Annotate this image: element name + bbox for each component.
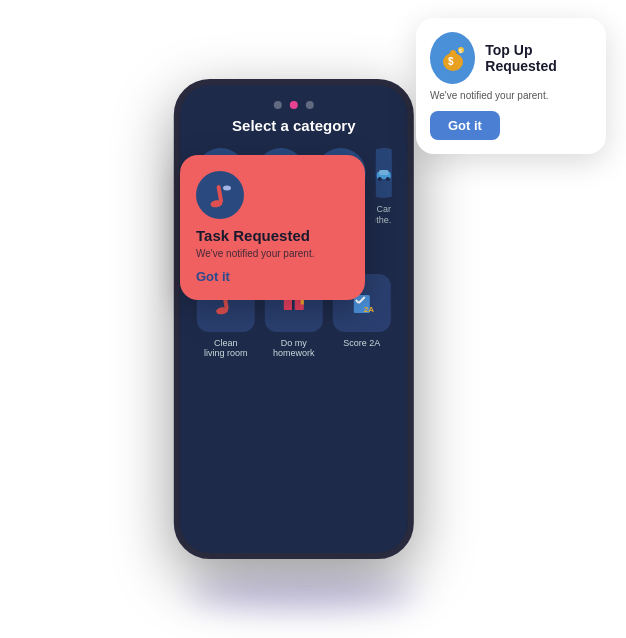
topup-got-it-button[interactable]: Got it: [430, 111, 500, 140]
svg-point-18: [386, 177, 390, 181]
svg-point-35: [223, 186, 231, 191]
topup-title-text: Top Up Requested: [485, 42, 592, 74]
task-got-it-button[interactable]: Got it: [196, 269, 349, 284]
svg-text:$: $: [448, 56, 454, 67]
clean-living-label: Cleanliving room: [204, 338, 248, 360]
dot-2: [290, 101, 298, 109]
homework-label: Do myhomework: [273, 338, 315, 360]
score-label: Score 2A: [343, 338, 380, 349]
dot-1: [274, 101, 282, 109]
task-notif-title: Task Requested: [196, 227, 349, 244]
other-label: Carothe...: [376, 204, 392, 226]
task-notification-card: Task Requested We've notified your paren…: [180, 155, 365, 300]
topup-icon: $ $: [430, 32, 475, 84]
topup-icon-row: $ $ Top Up Requested: [430, 32, 592, 84]
scene: Select a category: [0, 0, 626, 638]
category-other[interactable]: Carothe...: [376, 148, 392, 226]
status-bar: [180, 85, 408, 117]
svg-rect-16: [379, 170, 389, 175]
phone: Select a category: [174, 79, 414, 559]
svg-text:2A: 2A: [364, 305, 374, 314]
svg-point-17: [378, 177, 382, 181]
topup-notification-card: $ $ Top Up Requested We've notified your…: [416, 18, 606, 154]
task-notif-subtitle: We've notified your parent.: [196, 248, 349, 259]
dot-3: [306, 101, 314, 109]
select-category-title: Select a category: [196, 117, 392, 134]
phone-shadow: [187, 578, 417, 608]
topup-title: Top Up Requested: [485, 42, 592, 74]
topup-subtitle: We've notified your parent.: [430, 90, 592, 101]
task-notif-icon: [196, 171, 244, 219]
other-icon-bg: [376, 148, 392, 198]
